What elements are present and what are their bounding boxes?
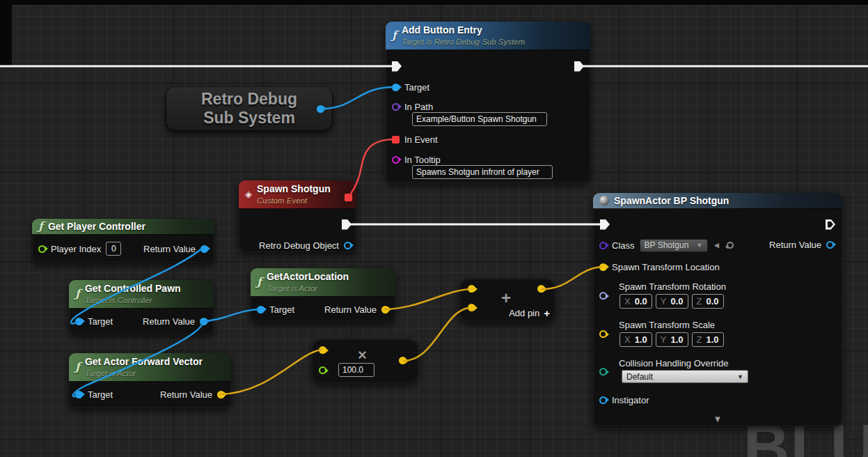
collision-label: Collision Handling Override (619, 358, 729, 369)
pin-label: Target (404, 82, 429, 93)
pin-label: Target (269, 304, 294, 315)
rotation-inputs: X0.0 Y0.0 Z0.0 (620, 294, 724, 309)
node-get-player-controller[interactable]: ƒ Get Player Controller Player Index 0 R… (32, 219, 214, 263)
exec-out-pin[interactable] (574, 61, 584, 72)
chevron-down-icon: ▼ (697, 242, 703, 249)
pin-label: Spawn Transform Location (612, 262, 720, 272)
pin-label: Instigator (612, 395, 649, 405)
return-value-pin[interactable] (826, 241, 834, 249)
collision-handling-pin[interactable] (599, 368, 607, 375)
node-get-actor-location[interactable]: ƒ GetActorLocation Target is Actor Targe… (251, 268, 395, 322)
custom-event-icon: ◈ (245, 189, 252, 199)
node-add-button-entry[interactable]: ƒ Add Button Entry Target is Retro Debug… (386, 22, 590, 183)
multiply-output-pin[interactable] (399, 357, 407, 364)
node-retro-debug-sub-system[interactable]: Retro Debug Sub System (166, 86, 333, 131)
scale-y-input[interactable]: Y1.0 (656, 332, 688, 347)
rotation-label: Spawn Transform Rotation (619, 281, 726, 292)
blueprint-graph-canvas[interactable]: BLUEPRINT Retro Debug Sub System ƒ Add B… (0, 0, 868, 457)
player-index-input[interactable]: 0 (106, 242, 121, 256)
node-title: Get Actor Forward Vector (85, 356, 203, 369)
retro-debug-object-pin[interactable] (344, 242, 352, 249)
target-pin[interactable] (75, 391, 83, 398)
class-pin[interactable] (599, 242, 607, 249)
node-subtitle: Target is Retro Debug Sub System (402, 37, 525, 47)
scale-inputs: X1.0 Y1.0 Z1.0 (620, 332, 724, 347)
return-value-pin[interactable] (200, 318, 207, 325)
spawn-transform-location-pin[interactable] (599, 263, 607, 271)
rotation-z-input[interactable]: Z0.0 (692, 294, 724, 309)
node-title: SpawnActor BP Shotgun (614, 195, 729, 206)
use-selected-icon[interactable]: ◄ (713, 240, 721, 250)
in-tooltip-pin[interactable] (392, 156, 400, 164)
multiply-input-b-pin[interactable] (319, 366, 326, 374)
exec-in-pin[interactable] (392, 61, 402, 72)
pin-label: Return Value (160, 389, 212, 400)
function-icon: ƒ (38, 221, 43, 232)
plus-icon: + (544, 307, 550, 319)
node-get-actor-forward-vector[interactable]: ƒ Get Actor Forward Vector Target is Act… (69, 353, 231, 408)
spawn-transform-scale-pin[interactable] (599, 330, 607, 338)
node-spawn-actor-bp-shotgun[interactable]: SpawnActor BP Shotgun Class BP Shotgun ▼… (593, 193, 842, 426)
vector-wire (384, 289, 469, 309)
class-dropdown-value: BP Shotgun (645, 240, 689, 250)
function-icon: ƒ (392, 30, 397, 41)
multiply-b-input[interactable]: 100.0 (338, 363, 374, 377)
pin-label: Return Value (324, 304, 377, 315)
return-value-pin[interactable] (200, 245, 208, 253)
multiply-input-a-pin[interactable] (319, 346, 326, 354)
pin-label: Return Value (143, 316, 195, 327)
pin-label: Return Value (143, 244, 196, 254)
exec-in-pin[interactable] (600, 219, 610, 230)
target-pin[interactable] (257, 306, 265, 313)
output-object-pin[interactable] (317, 105, 324, 113)
screen-top-edge (0, 0, 868, 5)
exec-out-pin[interactable] (342, 219, 352, 230)
node-add[interactable]: + Add pin + (459, 279, 555, 322)
browse-asset-icon[interactable] (725, 241, 734, 249)
delegate-out-pin[interactable] (345, 194, 352, 201)
expand-node-icon[interactable]: ▼ (713, 414, 723, 424)
node-get-controlled-pawn[interactable]: ƒ Get Controlled Pawn Target is Controll… (69, 280, 214, 334)
add-pin-button[interactable]: Add pin + (509, 307, 550, 319)
pin-label: In Event (404, 134, 438, 145)
pin-label: Player Index (51, 244, 101, 254)
player-index-pin[interactable] (38, 245, 46, 253)
class-dropdown[interactable]: BP Shotgun ▼ (640, 239, 708, 252)
function-icon: ƒ (75, 288, 80, 300)
node-subtitle: Custom Event (257, 196, 331, 206)
rotation-y-input[interactable]: Y0.0 (656, 294, 688, 309)
exec-out-pin[interactable] (826, 219, 835, 230)
scale-x-input[interactable]: X1.0 (620, 332, 652, 347)
return-value-pin[interactable] (217, 391, 225, 398)
target-pin[interactable] (75, 318, 83, 325)
return-value-pin[interactable] (381, 306, 389, 313)
pin-label: Retro Debug Object (259, 240, 339, 251)
target-pin[interactable] (392, 84, 400, 91)
add-input-a-pin[interactable] (468, 285, 475, 293)
node-spawn-shotgun-event[interactable]: ◈ Spawn Shotgun Custom Event Retro Debug… (239, 180, 356, 252)
instigator-pin[interactable] (599, 396, 607, 404)
add-pin-label: Add pin (509, 308, 539, 318)
scale-z-input[interactable]: Z1.0 (692, 332, 724, 347)
in-tooltip-input[interactable]: Spawns Shotgun infront of player (412, 165, 553, 179)
node-title: Get Controlled Pawn (85, 283, 181, 295)
collision-dropdown[interactable]: Default ▼ (622, 370, 748, 383)
add-output-pin[interactable] (537, 285, 545, 293)
in-path-input[interactable]: Example/Button Spawn Shotgun (412, 112, 547, 126)
node-subtitle: Target is Controller (85, 295, 181, 305)
add-operator-icon: + (501, 288, 511, 308)
collision-dropdown-value: Default (626, 372, 653, 382)
pin-label: Target (88, 316, 113, 327)
pin-label: Return Value (769, 240, 821, 250)
spawn-actor-icon (599, 196, 609, 206)
node-subtitle: Target is Actor (267, 284, 349, 293)
multiply-operator-icon: × (358, 346, 367, 364)
node-multiply[interactable]: 100.0 × (312, 339, 418, 383)
in-event-delegate-pin[interactable] (392, 136, 400, 144)
rotation-x-input[interactable]: X0.0 (620, 294, 652, 309)
pin-label: Target (88, 389, 113, 400)
add-input-b-pin[interactable] (468, 304, 475, 311)
in-path-pin[interactable] (392, 103, 400, 111)
variable-node-title: Retro Debug Sub System (201, 90, 297, 127)
spawn-transform-rotation-pin[interactable] (599, 292, 607, 300)
